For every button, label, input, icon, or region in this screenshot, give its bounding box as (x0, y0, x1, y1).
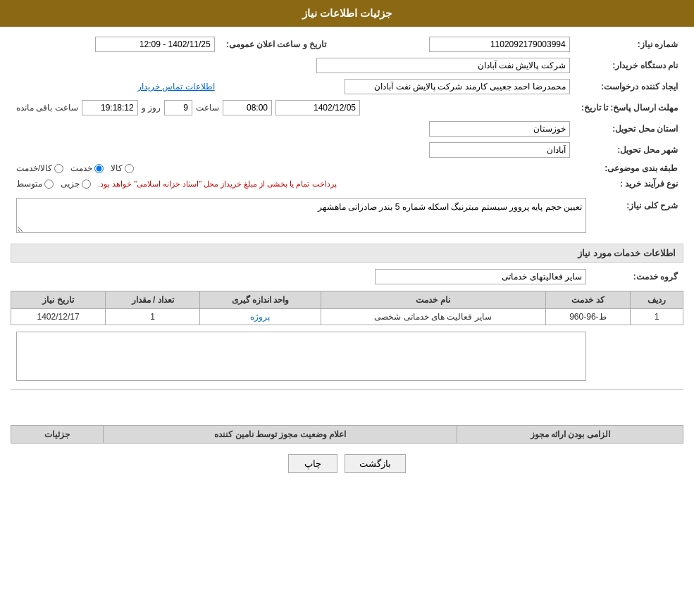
province-input[interactable] (429, 121, 570, 137)
radio-motavasset[interactable]: متوسط (16, 179, 54, 189)
category-label: طبقه بندی موضوعی: (576, 161, 683, 176)
deadline-label: مهلت ارسال پاسخ: تا تاریخ: (576, 97, 683, 118)
col-date: تاریخ نیاز (11, 291, 106, 309)
buyer-name-label: نام دستگاه خریدار: (576, 55, 683, 76)
info-table: شماره نیاز: تاریخ و ساعت اعلان عمومی: نا… (11, 34, 683, 191)
category-radio-group: کالا/خدمت خدمت کالا (16, 163, 570, 173)
print-button[interactable]: چاپ (288, 454, 337, 473)
services-data-table: ردیف کد خدمت نام خدمت واحد اندازه گیری ت… (11, 291, 683, 325)
services-section-title: اطلاعات خدمات مورد نیاز (11, 244, 683, 263)
back-button[interactable]: بازگشت (345, 454, 406, 473)
col-details: جزئیات (11, 426, 104, 444)
need-number-label: شماره نیاز: (576, 34, 683, 55)
col-quantity: تعداد / مقدار (106, 291, 200, 309)
creator-input[interactable] (345, 79, 570, 94)
page-header: جزئیات اطلاعات نیاز (0, 0, 694, 27)
buyer-notes-content (16, 332, 586, 381)
time-label: ساعت (196, 103, 219, 113)
city-label: شهر محل تحویل: (576, 139, 683, 161)
contact-link[interactable]: اطلاعات تماس خریدار (137, 82, 215, 92)
service-group-input[interactable] (375, 269, 586, 284)
action-buttons: بازگشت چاپ (11, 454, 683, 473)
col-row-num: ردیف (631, 291, 683, 309)
radio-kala-khadamat[interactable]: کالا/خدمت (16, 163, 63, 173)
remaining-time-label: ساعت باقی مانده (16, 103, 78, 113)
creator-label: ایجاد کننده درخواست: (576, 76, 683, 97)
licenses-table: الزامی بودن ارائه مجوز اعلام وضعیت مجوز … (11, 425, 683, 444)
announce-value-input[interactable] (95, 37, 215, 52)
service-group-label: گروه خدمت: (592, 266, 683, 287)
service-group-table: گروه خدمت: (11, 266, 683, 287)
radio-jozi[interactable]: جزیی (61, 179, 91, 189)
buyer-notes-label (592, 329, 683, 384)
deadline-date-input[interactable] (275, 100, 360, 115)
purchase-type-note: پرداخت تمام یا بخشی از مبلغ خریداز محل "… (98, 180, 337, 189)
table-row: 1 ط-96-960 سایر فعالیت های خدماتی شخصی پ… (11, 309, 683, 325)
description-label: شرح کلی نیاز: (592, 195, 683, 238)
col-service-name: نام خدمت (321, 291, 545, 309)
description-textarea[interactable] (16, 198, 586, 233)
days-input[interactable] (164, 100, 192, 115)
buyer-notes-table (11, 329, 683, 384)
col-status: اعلام وضعیت مجوز توسط نامین کننده (103, 426, 457, 444)
purchase-type-label: نوع فرآیند خرید : (576, 176, 683, 191)
purchase-type-radio-group: متوسط جزیی (16, 179, 91, 189)
remaining-time-input[interactable] (82, 100, 138, 115)
description-table: شرح کلی نیاز: (11, 195, 683, 238)
announce-label: تاریخ و ساعت اعلان عمومی: (221, 34, 332, 55)
col-unit: واحد اندازه گیری (200, 291, 321, 309)
col-service-code: کد خدمت (545, 291, 631, 309)
need-number-input[interactable] (429, 37, 570, 52)
col-required: الزامی بودن ارائه مجوز (457, 426, 683, 444)
buyer-name-input[interactable] (316, 58, 570, 73)
radio-kala[interactable]: کالا (111, 163, 134, 173)
time-input[interactable] (223, 100, 272, 115)
licenses-section-link[interactable] (11, 394, 683, 401)
radio-khadamat[interactable]: خدمت (70, 163, 104, 173)
province-label: استان محل تحویل: (576, 118, 683, 139)
days-label: روز و (142, 103, 161, 113)
city-input[interactable] (429, 142, 570, 158)
header-title: جزئیات اطلاعات نیاز (302, 7, 392, 19)
